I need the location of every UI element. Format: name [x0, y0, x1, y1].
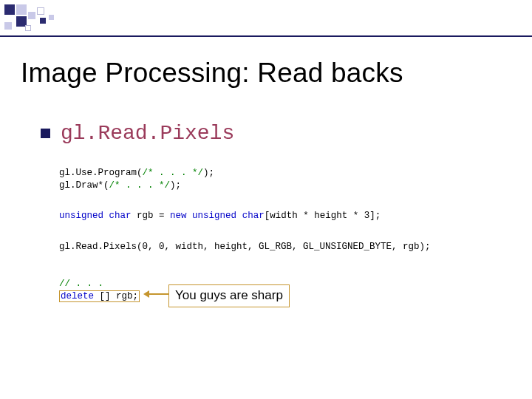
arrow-icon [145, 293, 168, 295]
code-block-alloc: unsigned char rgb = new unsigned char[wi… [59, 210, 381, 222]
slide: Image Processing: Read backs gl.Read.Pix… [0, 0, 532, 399]
code-block-setup: gl.Use.Program(/* . . . */); gl.Draw*(/*… [59, 167, 214, 192]
corner-decoration [4, 4, 93, 34]
code-block-cleanup: // . . . delete [] rgb; [59, 278, 140, 303]
header-rule [0, 35, 532, 37]
bullet-icon [41, 129, 50, 138]
api-name: gl.Read.Pixels [61, 122, 234, 145]
code-block-readpixels: gl.Read.Pixels(0, 0, width, height, GL_R… [59, 241, 431, 253]
callout: You guys are sharp [168, 284, 290, 307]
bullet-row: gl.Read.Pixels [41, 122, 234, 145]
slide-title: Image Processing: Read backs [21, 58, 403, 89]
